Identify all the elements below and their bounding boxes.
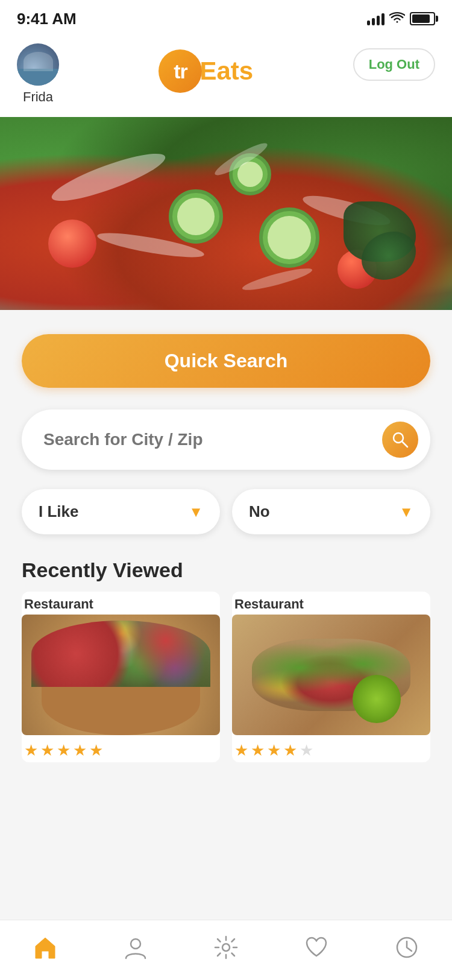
home-icon (32, 934, 58, 961)
svg-point-3 (222, 944, 230, 951)
i-like-chevron-icon: ▼ (189, 504, 203, 520)
star-1-3: ★ (57, 741, 71, 760)
svg-point-2 (131, 939, 140, 949)
star-2-1: ★ (234, 741, 248, 760)
logo-eats-text: Eats (199, 57, 253, 86)
restaurant-label-1: Restaurant (22, 592, 220, 615)
settings-icon (213, 934, 239, 961)
i-like-label: I Like (39, 502, 78, 521)
restaurant-image-2 (232, 615, 430, 735)
logo-circle: tr (159, 49, 202, 93)
recently-viewed-title: Recently Viewed (22, 558, 430, 582)
search-bar (22, 409, 430, 470)
star-1-5: ★ (89, 741, 103, 760)
quick-search-section: Quick Search (0, 310, 452, 400)
nav-settings[interactable] (213, 934, 239, 961)
svg-line-1 (402, 441, 407, 447)
search-magnifier-icon (391, 430, 410, 449)
star-2-2: ★ (251, 741, 265, 760)
quick-search-button[interactable]: Quick Search (22, 334, 430, 388)
tomato-1 (48, 220, 96, 268)
battery-icon (410, 12, 435, 25)
restaurant-card-1[interactable]: Restaurant ★ ★ ★ ★ ★ (22, 592, 220, 762)
status-time: 9:41 AM (17, 10, 77, 28)
username: Frida (23, 89, 53, 105)
bottom-nav (0, 920, 452, 980)
nav-profile[interactable] (122, 934, 149, 961)
signal-icon (367, 12, 385, 25)
star-2-5: ★ (300, 741, 313, 760)
clock-icon (394, 934, 420, 961)
star-2-4: ★ (283, 741, 297, 760)
search-section (0, 400, 452, 479)
star-1-1: ★ (24, 741, 38, 760)
restaurant-label-2: Restaurant (232, 592, 430, 615)
star-rating-1: ★ ★ ★ ★ ★ (22, 735, 220, 762)
filters-section: I Like ▼ No ▼ (0, 479, 452, 549)
wifi-icon (389, 11, 405, 26)
logo-section: tr Eats (59, 43, 353, 93)
header: Frida tr Eats Log Out (0, 34, 452, 117)
star-2-3: ★ (267, 741, 281, 760)
hero-image (0, 117, 452, 310)
user-section: Frida (17, 43, 59, 105)
status-icons (367, 11, 435, 26)
restaurant-card-2[interactable]: Restaurant ★ ★ ★ ★ ★ (232, 592, 430, 762)
no-chevron-icon: ▼ (399, 504, 413, 520)
avatar (17, 43, 59, 86)
nav-history[interactable] (394, 934, 420, 961)
heart-icon (303, 934, 330, 961)
search-button[interactable] (382, 422, 418, 458)
nav-home[interactable] (32, 934, 58, 961)
profile-icon (122, 934, 149, 961)
star-1-4: ★ (73, 741, 87, 760)
nav-favorites[interactable] (303, 934, 330, 961)
i-like-filter[interactable]: I Like ▼ (22, 489, 220, 534)
restaurant-image-1 (22, 615, 220, 735)
star-rating-2: ★ ★ ★ ★ ★ (232, 735, 430, 762)
no-filter[interactable]: No ▼ (232, 489, 430, 534)
cucumber-1 (169, 189, 223, 244)
city-zip-input[interactable] (43, 430, 372, 449)
star-1-2: ★ (40, 741, 54, 760)
logo-tr-text: tr (174, 60, 187, 83)
no-label: No (249, 502, 270, 521)
app-logo: tr Eats (159, 49, 253, 93)
main-content: Quick Search I Like ▼ No ▼ (0, 310, 452, 774)
restaurant-grid: Restaurant ★ ★ ★ ★ ★ Restaurant ★ (22, 592, 430, 762)
cucumber-3 (259, 207, 319, 268)
logout-button[interactable]: Log Out (353, 48, 435, 81)
status-bar: 9:41 AM (0, 0, 452, 34)
recently-viewed-section: Recently Viewed Restaurant ★ ★ ★ ★ ★ (0, 549, 452, 774)
